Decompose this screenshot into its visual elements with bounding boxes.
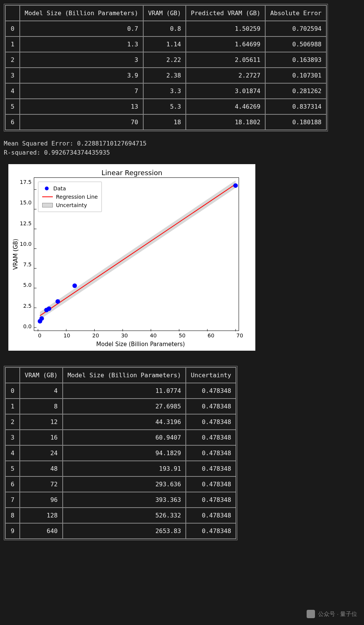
cell-value: 128 — [20, 508, 63, 523]
cell-value: 0.180188 — [265, 114, 326, 130]
cell-value: 72 — [20, 476, 63, 492]
cell-value: 0.478348 — [186, 430, 236, 445]
cell-value: 96 — [20, 492, 63, 508]
cell-value: 60.9407 — [63, 430, 186, 445]
cell-value: 0.478348 — [186, 414, 236, 430]
cell-value: 7 — [20, 83, 143, 99]
table-row: 548193.910.478348 — [5, 461, 236, 476]
cell-value: 48 — [20, 461, 63, 476]
column-header: Model Size (Billion Parameters) — [20, 5, 143, 21]
cell-value: 11.0774 — [63, 383, 186, 399]
row-index: 6 — [5, 114, 20, 130]
cell-value: 3 — [20, 52, 143, 68]
row-index: 5 — [5, 99, 20, 114]
x-tick-label: 70 — [236, 332, 243, 339]
column-header: Uncertainty — [186, 367, 236, 383]
chart-legend: Data Regression Line Uncertainty — [38, 182, 102, 212]
table-row: 5135.34.462690.837314 — [5, 99, 326, 114]
cell-value: 0.478348 — [186, 492, 236, 508]
y-tick-label: 5.0 — [23, 282, 32, 288]
table-row: 42494.18290.478348 — [5, 445, 236, 461]
svg-point-22 — [55, 299, 60, 304]
cell-value: 18.1802 — [186, 114, 265, 130]
table-row: 31660.94070.478348 — [5, 430, 236, 445]
table-row: 11.31.141.646990.506988 — [5, 36, 326, 52]
cell-value: 293.636 — [63, 476, 186, 492]
svg-point-19 — [40, 316, 44, 321]
cell-value: 0.163893 — [265, 52, 326, 68]
cell-value: 2.05611 — [186, 52, 265, 68]
y-tick-label: 12.5 — [20, 220, 32, 226]
plot-area: Data Regression Line Uncertainty — [34, 177, 239, 331]
metrics-block: Mean Squared Error: 0.22881710127694715 … — [4, 139, 360, 157]
column-header: VRAM (GB) — [20, 367, 63, 383]
row-index: 3 — [5, 68, 20, 83]
row-index: 8 — [5, 508, 20, 523]
cell-value: 0.478348 — [186, 445, 236, 461]
cell-value: 27.6985 — [63, 399, 186, 414]
table-row: 33.92.382.27270.107301 — [5, 68, 326, 83]
table-row: 232.222.056110.163893 — [5, 52, 326, 68]
svg-point-23 — [73, 283, 77, 288]
x-tick-label: 40 — [150, 332, 157, 339]
table: Model Size (Billion Parameters)VRAM (GB)… — [4, 4, 328, 131]
cell-value: 24 — [20, 445, 63, 461]
cell-value: 5.3 — [143, 99, 186, 114]
row-index: 0 — [5, 383, 20, 399]
legend-marker-band — [42, 203, 53, 207]
results-table-2: VRAM (GB)Model Size (Billion Parameters)… — [4, 366, 360, 540]
row-index: 2 — [5, 414, 20, 430]
cell-value: 2653.83 — [63, 523, 186, 539]
y-axis-label: VRAM (GB) — [11, 177, 20, 331]
column-header: Absolute Error — [265, 5, 326, 21]
table-row: 96402653.830.478348 — [5, 523, 236, 539]
cell-value: 8 — [20, 399, 63, 414]
cell-value: 1.50259 — [186, 21, 265, 36]
cell-value: 4 — [20, 383, 63, 399]
column-header: Model Size (Billion Parameters) — [63, 367, 186, 383]
table: VRAM (GB)Model Size (Billion Parameters)… — [4, 366, 237, 540]
row-index: 7 — [5, 492, 20, 508]
cell-value: 0.478348 — [186, 399, 236, 414]
mse-text: Mean Squared Error: 0.22881710127694715 — [4, 139, 360, 148]
cell-value: 0.702594 — [265, 21, 326, 36]
row-index: 3 — [5, 430, 20, 445]
table-row: 8128526.3320.478348 — [5, 508, 236, 523]
cell-value: 0.107301 — [265, 68, 326, 83]
chart-title: Linear Regression — [11, 169, 252, 177]
column-header: VRAM (GB) — [143, 5, 186, 21]
y-tick-label: 7.5 — [23, 261, 32, 267]
cell-value: 2.2727 — [186, 68, 265, 83]
cell-value: 0.478348 — [186, 508, 236, 523]
row-index: 1 — [5, 399, 20, 414]
cell-value: 526.332 — [63, 508, 186, 523]
column-header — [5, 5, 20, 21]
row-index: 4 — [5, 83, 20, 99]
cell-value: 393.363 — [63, 492, 186, 508]
y-tick-label: 17.5 — [20, 179, 32, 185]
table-row: 796393.3630.478348 — [5, 492, 236, 508]
table-row: 6701818.18020.180188 — [5, 114, 326, 130]
cell-value: 0.478348 — [186, 476, 236, 492]
cell-value: 640 — [20, 523, 63, 539]
cell-value: 13 — [20, 99, 143, 114]
legend-label: Uncertainty — [56, 202, 87, 208]
svg-point-24 — [233, 183, 238, 188]
cell-value: 16 — [20, 430, 63, 445]
y-tick-label: 10.0 — [20, 241, 32, 247]
r2-text: R-squared: 0.9926734374435935 — [4, 148, 360, 157]
results-table-1: Model Size (Billion Parameters)VRAM (GB)… — [4, 4, 360, 131]
table-row: 0411.07740.478348 — [5, 383, 236, 399]
svg-point-21 — [47, 307, 51, 311]
row-index: 0 — [5, 21, 20, 36]
x-tick-label: 0 — [38, 332, 41, 339]
x-tick-label: 10 — [63, 332, 70, 339]
legend-marker-line — [42, 196, 53, 197]
x-tick-label: 50 — [179, 332, 185, 339]
legend-label: Data — [53, 185, 66, 191]
cell-value: 0.478348 — [186, 383, 236, 399]
x-tick-label: 60 — [207, 332, 214, 339]
cell-value: 3.3 — [143, 83, 186, 99]
regression-chart: Linear Regression VRAM (GB) 17.515.012.5… — [8, 164, 255, 351]
x-tick-label: 20 — [92, 332, 99, 339]
